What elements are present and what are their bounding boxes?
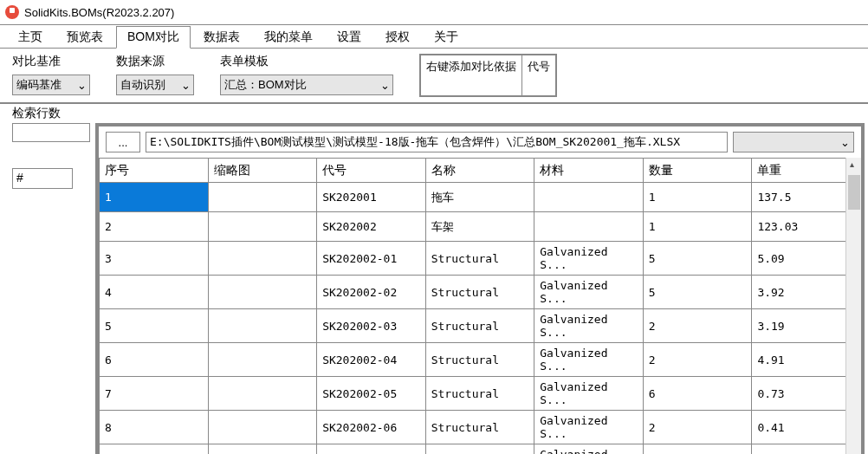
cell-wt[interactable]: 3.19 xyxy=(752,309,861,343)
table-row[interactable]: 1SK202001拖车1137.5 xyxy=(100,183,861,212)
search-rows-input[interactable] xyxy=(12,123,90,142)
data-source-dropdown[interactable]: 自动识别 ⌄ xyxy=(116,75,194,95)
cell-qty[interactable]: 1 xyxy=(643,183,752,212)
col-header-4[interactable]: 材料 xyxy=(534,159,644,183)
menu-tab-7[interactable]: 关于 xyxy=(423,25,470,48)
cell-wt[interactable]: 137.5 xyxy=(752,183,861,212)
menu-tab-5[interactable]: 设置 xyxy=(326,25,372,48)
cell-code[interactable]: SK202001 xyxy=(317,183,426,212)
cell-thumb[interactable] xyxy=(208,309,317,343)
cell-wt[interactable]: 3.92 xyxy=(752,276,861,309)
cell-idx[interactable]: 8 xyxy=(100,411,209,444)
cell-thumb[interactable] xyxy=(208,411,317,444)
template-dropdown[interactable]: 汇总：BOM对比 ⌄ xyxy=(220,75,393,95)
cell-name[interactable]: Structural xyxy=(425,309,534,343)
cell-mat[interactable]: Galvanized S... xyxy=(534,242,644,276)
cell-wt[interactable]: 123.03 xyxy=(752,212,861,242)
cell-wt[interactable]: 2.72 xyxy=(752,444,861,455)
cell-idx[interactable]: 3 xyxy=(100,242,209,276)
hint-right[interactable]: 代号 xyxy=(522,55,555,95)
cell-code[interactable]: SK202002-07 xyxy=(317,444,426,455)
col-header-1[interactable]: 缩略图 xyxy=(208,159,317,183)
table-row[interactable]: 8SK202002-06StructuralGalvanized S...20.… xyxy=(100,411,861,444)
cell-idx[interactable]: 1 xyxy=(100,183,209,212)
hint-left[interactable]: 右键添加对比依据 xyxy=(421,55,522,95)
cell-qty[interactable]: 1 xyxy=(643,212,752,242)
cell-qty[interactable]: 2 xyxy=(643,411,752,444)
cell-code[interactable]: SK202002 xyxy=(317,212,426,242)
cell-code[interactable]: SK202002-05 xyxy=(317,377,426,411)
hash-box[interactable]: # xyxy=(12,168,73,189)
cell-thumb[interactable] xyxy=(208,276,317,309)
cell-qty[interactable]: 2 xyxy=(643,444,752,455)
path-dropdown[interactable]: ⌄ xyxy=(733,132,854,152)
col-header-6[interactable]: 单重 xyxy=(752,159,861,183)
cell-mat[interactable] xyxy=(534,212,644,242)
cell-idx[interactable]: 5 xyxy=(100,309,209,343)
table-row[interactable]: 5SK202002-03StructuralGalvanized S...23.… xyxy=(100,309,861,343)
cell-name[interactable]: Structural xyxy=(425,343,534,377)
col-header-5[interactable]: 数量 xyxy=(643,159,752,183)
cell-mat[interactable]: Galvanized S... xyxy=(534,377,644,411)
menu-tab-6[interactable]: 授权 xyxy=(374,25,421,48)
cell-mat[interactable]: Galvanized S... xyxy=(534,309,644,343)
cell-thumb[interactable] xyxy=(208,212,317,242)
vertical-scrollbar[interactable] xyxy=(845,158,861,454)
table-row[interactable]: 2SK202002车架1123.03 xyxy=(100,212,861,242)
cell-mat[interactable] xyxy=(534,183,644,212)
table-row[interactable]: 9SK202002-07StructuralGalvanized S...22.… xyxy=(100,444,861,455)
cell-qty[interactable]: 5 xyxy=(643,276,752,309)
cell-idx[interactable]: 4 xyxy=(100,276,209,309)
file-path-box[interactable]: E:\SOLIDKITS插件\BOM测试模型\测试模型-18版-拖车（包含焊件）… xyxy=(146,132,728,152)
table-row[interactable]: 4SK202002-02StructuralGalvanized S...53.… xyxy=(100,276,861,309)
cell-name[interactable]: Structural xyxy=(425,444,534,455)
cell-mat[interactable]: Galvanized S... xyxy=(534,343,644,377)
cell-idx[interactable]: 7 xyxy=(100,377,209,411)
cell-name[interactable]: Structural xyxy=(425,276,534,309)
cell-code[interactable]: SK202002-03 xyxy=(317,309,426,343)
cell-code[interactable]: SK202002-04 xyxy=(317,343,426,377)
cell-idx[interactable]: 2 xyxy=(100,212,209,242)
cell-qty[interactable]: 5 xyxy=(643,242,752,276)
cell-wt[interactable]: 5.09 xyxy=(752,242,861,276)
cell-qty[interactable]: 2 xyxy=(643,309,752,343)
cell-code[interactable]: SK202002-02 xyxy=(317,276,426,309)
table-row[interactable]: 3SK202002-01StructuralGalvanized S...55.… xyxy=(100,242,861,276)
cell-name[interactable]: 拖车 xyxy=(425,183,534,212)
cell-thumb[interactable] xyxy=(208,343,317,377)
menu-tab-0[interactable]: 主页 xyxy=(7,25,54,48)
cell-qty[interactable]: 6 xyxy=(643,377,752,411)
compare-basis-dropdown[interactable]: 编码基准 ⌄ xyxy=(12,75,90,95)
cell-code[interactable]: SK202002-06 xyxy=(317,411,426,444)
cell-thumb[interactable] xyxy=(208,377,317,411)
menu-tab-4[interactable]: 我的菜单 xyxy=(253,25,324,48)
cell-name[interactable]: Structural xyxy=(425,377,534,411)
cell-thumb[interactable] xyxy=(208,183,317,212)
cell-name[interactable]: 车架 xyxy=(425,212,534,242)
menu-tab-3[interactable]: 数据表 xyxy=(192,25,251,48)
cell-wt[interactable]: 0.73 xyxy=(752,377,861,411)
cell-idx[interactable]: 9 xyxy=(100,444,209,455)
cell-idx[interactable]: 6 xyxy=(100,343,209,377)
cell-name[interactable]: Structural xyxy=(425,411,534,444)
browse-button[interactable]: ... xyxy=(106,132,140,152)
cell-mat[interactable]: Galvanized S... xyxy=(534,276,644,309)
col-header-3[interactable]: 名称 xyxy=(425,159,534,183)
table-row[interactable]: 7SK202002-05StructuralGalvanized S...60.… xyxy=(100,377,861,411)
menu-tab-1[interactable]: 预览表 xyxy=(55,25,114,48)
cell-wt[interactable]: 4.91 xyxy=(752,343,861,377)
table-row[interactable]: 6SK202002-04StructuralGalvanized S...24.… xyxy=(100,343,861,377)
cell-name[interactable]: Structural xyxy=(425,242,534,276)
cell-code[interactable]: SK202002-01 xyxy=(317,242,426,276)
col-header-0[interactable]: 序号 xyxy=(100,159,209,183)
cell-qty[interactable]: 2 xyxy=(643,343,752,377)
cell-thumb[interactable] xyxy=(208,444,317,455)
cell-wt[interactable]: 0.41 xyxy=(752,411,861,444)
cell-mat[interactable]: Galvanized S... xyxy=(534,411,644,444)
cell-mat[interactable]: Galvanized S... xyxy=(534,444,644,455)
cell-thumb[interactable] xyxy=(208,242,317,276)
col-header-2[interactable]: 代号 xyxy=(317,159,426,183)
data-source-value: 自动识别 xyxy=(120,77,165,93)
search-rows-label: 检索行数 xyxy=(0,104,868,123)
menu-tab-2[interactable]: BOM对比 xyxy=(116,26,191,49)
